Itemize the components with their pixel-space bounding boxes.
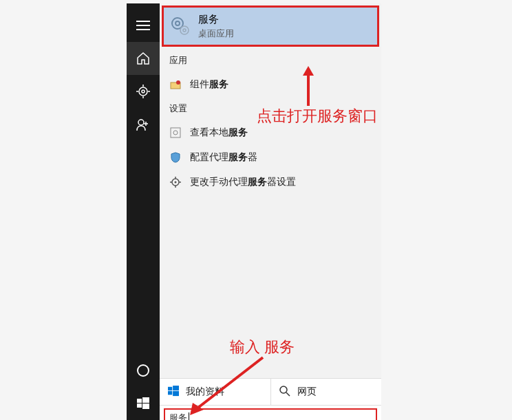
svg-point-22 bbox=[173, 131, 178, 135]
scope-tabs: 我的资料 网页 bbox=[160, 378, 381, 406]
settings-nav-button[interactable] bbox=[127, 75, 160, 108]
result-view-local-services[interactable]: 查看本地服务 bbox=[160, 120, 381, 145]
svg-rect-12 bbox=[142, 397, 149, 403]
svg-point-20 bbox=[176, 80, 180, 85]
services-icon bbox=[169, 15, 191, 37]
gear-icon bbox=[169, 176, 182, 188]
svg-point-33 bbox=[280, 386, 287, 393]
gear-box-icon bbox=[169, 126, 182, 139]
svg-line-34 bbox=[286, 393, 290, 396]
windows-logo-icon bbox=[168, 386, 179, 399]
svg-rect-31 bbox=[168, 391, 172, 395]
search-icon bbox=[279, 386, 290, 399]
best-match-result[interactable]: 服务 桌面应用 bbox=[162, 5, 379, 47]
best-match-subtitle: 桌面应用 bbox=[198, 27, 234, 40]
svg-rect-11 bbox=[137, 399, 142, 403]
svg-point-4 bbox=[142, 90, 145, 93]
feedback-nav-button[interactable] bbox=[127, 108, 160, 141]
start-sidebar bbox=[127, 3, 160, 420]
svg-rect-32 bbox=[173, 391, 179, 396]
tab-label: 我的资料 bbox=[186, 386, 224, 398]
component-services-icon bbox=[169, 78, 182, 91]
settings-section-header: 设置 bbox=[160, 97, 381, 120]
windows-start-button[interactable] bbox=[127, 387, 160, 420]
svg-point-18 bbox=[183, 29, 186, 32]
hamburger-button[interactable] bbox=[127, 9, 160, 42]
result-component-services[interactable]: 组件服务 bbox=[160, 72, 381, 97]
result-label: 更改手动代理服务器设置 bbox=[190, 176, 296, 188]
svg-rect-14 bbox=[142, 404, 149, 409]
best-match-title: 服务 bbox=[198, 13, 234, 26]
tab-web[interactable]: 网页 bbox=[271, 379, 382, 405]
svg-rect-13 bbox=[137, 404, 142, 408]
shield-icon bbox=[169, 151, 182, 164]
tab-my-stuff[interactable]: 我的资料 bbox=[160, 379, 271, 405]
svg-rect-30 bbox=[173, 386, 179, 390]
svg-point-9 bbox=[138, 120, 144, 125]
result-label: 查看本地服务 bbox=[190, 126, 248, 139]
tab-label: 网页 bbox=[297, 386, 317, 398]
home-button[interactable] bbox=[127, 42, 160, 75]
search-input[interactable]: 服务 bbox=[164, 408, 377, 420]
svg-point-16 bbox=[175, 21, 180, 25]
search-results-panel: 服务 桌面应用 应用 组件服务 设置 查看本地服务 配置代理服务器 bbox=[160, 3, 381, 420]
svg-point-24 bbox=[175, 181, 177, 184]
svg-point-17 bbox=[180, 26, 189, 34]
search-row: 服务 bbox=[160, 406, 381, 420]
svg-rect-21 bbox=[171, 128, 180, 137]
apps-section-header: 应用 bbox=[160, 49, 381, 72]
cortana-button[interactable] bbox=[127, 354, 160, 387]
result-proxy-server[interactable]: 配置代理服务器 bbox=[160, 145, 381, 170]
svg-rect-29 bbox=[168, 386, 172, 390]
svg-point-10 bbox=[138, 365, 149, 376]
result-label: 组件服务 bbox=[190, 78, 228, 91]
search-value: 服务 bbox=[169, 412, 187, 420]
svg-point-3 bbox=[139, 87, 147, 96]
text-caret bbox=[189, 412, 189, 420]
result-manual-proxy[interactable]: 更改手动代理服务器设置 bbox=[160, 170, 381, 195]
result-label: 配置代理服务器 bbox=[190, 151, 257, 164]
